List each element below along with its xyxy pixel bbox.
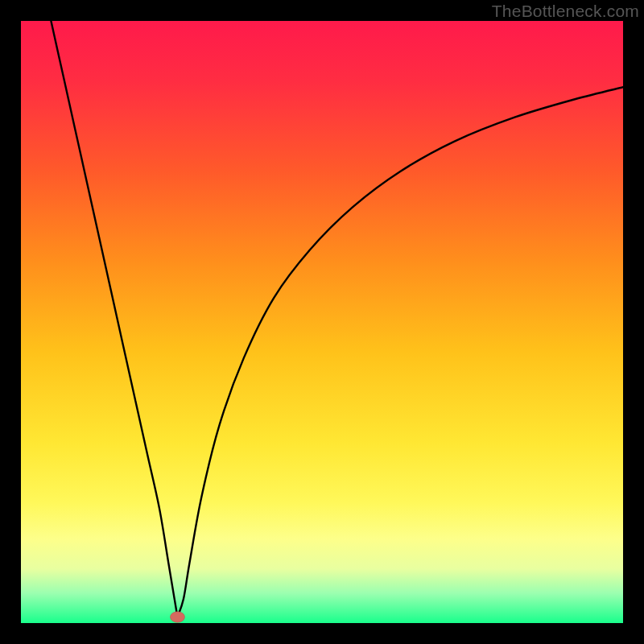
minimum-marker bbox=[171, 612, 185, 622]
watermark-text: TheBottleneck.com bbox=[492, 2, 639, 21]
chart-frame bbox=[21, 21, 623, 623]
bottleneck-chart bbox=[21, 21, 623, 623]
